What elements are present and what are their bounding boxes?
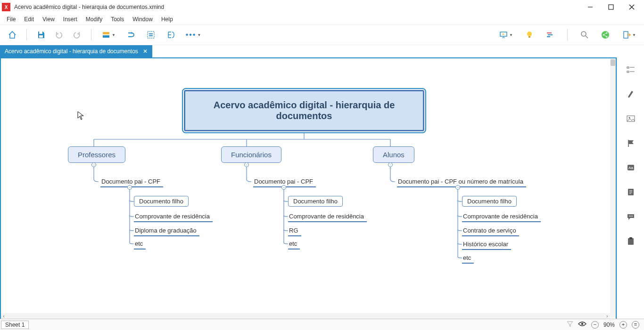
child-node-boxed[interactable]: Documento filho xyxy=(462,196,517,207)
menu-file[interactable]: File xyxy=(3,15,19,24)
home-button[interactable] xyxy=(6,28,19,41)
search-button[interactable] xyxy=(578,28,591,41)
scroll-left-icon[interactable]: ‹ xyxy=(1,314,7,319)
svg-point-44 xyxy=(628,117,630,119)
comments-icon[interactable] xyxy=(625,211,636,222)
menu-window[interactable]: Window xyxy=(129,15,157,24)
collapse-toggle[interactable]: − xyxy=(127,185,132,190)
menu-help[interactable]: Help xyxy=(157,15,177,24)
child-node[interactable]: Comprovante de residência xyxy=(462,212,541,222)
maximize-button[interactable] xyxy=(601,0,621,14)
redo-button[interactable] xyxy=(70,28,83,41)
separator xyxy=(91,29,91,40)
child-node[interactable]: Contrato de serviço xyxy=(462,226,519,236)
svg-rect-18 xyxy=(547,36,550,37)
collapse-toggle[interactable]: − xyxy=(281,185,286,190)
collapse-toggle[interactable]: − xyxy=(388,162,393,167)
more-button[interactable]: ••• ▼ xyxy=(184,28,203,41)
chevron-down-icon: ▼ xyxy=(632,33,636,37)
menu-edit[interactable]: Edit xyxy=(20,15,38,24)
menu-tools[interactable]: Tools xyxy=(107,15,128,24)
child-node[interactable]: Comprovante de residência xyxy=(134,212,213,222)
zoom-out-button[interactable]: − xyxy=(591,321,599,329)
marker-flag-icon[interactable] xyxy=(625,137,636,149)
child-node[interactable]: RG xyxy=(288,226,301,236)
task-icon[interactable] xyxy=(625,235,636,247)
tab-bar: Acervo acadêmico digital - hierarquia de… xyxy=(0,45,644,57)
child-node[interactable]: etc xyxy=(288,239,300,250)
collapse-toggle[interactable]: − xyxy=(455,185,460,190)
separator xyxy=(26,29,27,40)
canvas[interactable]: Acervo acadêmico digital - hierarquia de… xyxy=(2,59,610,313)
branch-node-funcionarios[interactable]: Funcionários xyxy=(221,146,281,163)
undo-button[interactable] xyxy=(52,28,66,41)
child-node[interactable]: etc xyxy=(462,253,474,264)
filter-icon[interactable] xyxy=(567,321,573,329)
chevron-down-icon: ▼ xyxy=(112,33,116,37)
svg-rect-4 xyxy=(39,32,42,34)
minimize-button[interactable] xyxy=(580,0,601,14)
vertical-scrollbar[interactable] xyxy=(610,58,616,318)
sub-node[interactable]: Documento pai - CPF ou número de matrícu… xyxy=(397,177,526,187)
svg-point-19 xyxy=(581,32,586,36)
notes-icon[interactable] xyxy=(625,186,636,198)
svg-rect-1 xyxy=(609,5,613,9)
idea-button[interactable] xyxy=(523,28,536,41)
collapse-toggle[interactable]: − xyxy=(91,162,96,167)
close-tab-icon[interactable]: ✕ xyxy=(143,48,148,55)
svg-text:Aa: Aa xyxy=(628,166,633,170)
scrollbar-thumb[interactable] xyxy=(611,59,615,66)
branch-node-alunos[interactable]: Alunos xyxy=(373,146,414,163)
text-style-icon[interactable]: Aa xyxy=(625,162,636,173)
eye-icon[interactable] xyxy=(578,321,586,328)
branch-node-professores[interactable]: Professores xyxy=(68,146,125,163)
menu-insert[interactable]: Insert xyxy=(59,15,81,24)
menu-modify[interactable]: Modify xyxy=(82,15,106,24)
format-brush-icon[interactable] xyxy=(625,89,636,100)
close-button[interactable] xyxy=(621,0,642,14)
child-node[interactable]: Histórico escolar xyxy=(462,240,511,250)
root-node[interactable]: Acervo acadêmico digital - hierarquia de… xyxy=(184,90,424,131)
svg-rect-10 xyxy=(149,35,153,36)
export-button[interactable]: ▼ xyxy=(619,28,638,41)
document-tab[interactable]: Acervo acadêmico digital - hierarquia de… xyxy=(0,45,152,57)
fit-button[interactable]: = xyxy=(632,321,639,329)
gantt-button[interactable] xyxy=(544,28,557,41)
scroll-right-icon[interactable]: › xyxy=(604,314,610,319)
app-icon: X xyxy=(2,3,10,11)
child-node[interactable]: Diploma de graduação xyxy=(134,226,199,236)
horizontal-scrollbar[interactable]: ‹ › xyxy=(1,313,610,319)
sub-node[interactable]: Documento pai - CPF xyxy=(100,177,163,187)
dots-icon: ••• xyxy=(186,31,197,39)
svg-rect-8 xyxy=(148,32,154,38)
sheet-tab[interactable]: Sheet 1 xyxy=(1,321,29,329)
child-node-boxed[interactable]: Documento filho xyxy=(134,196,189,207)
menu-view[interactable]: View xyxy=(39,15,58,24)
menu-bar: File Edit View Insert Modify Tools Windo… xyxy=(0,14,644,24)
outline-icon[interactable] xyxy=(625,64,636,75)
svg-point-14 xyxy=(527,32,532,36)
boundary-button[interactable] xyxy=(144,28,157,41)
image-icon[interactable] xyxy=(625,113,636,124)
svg-rect-5 xyxy=(39,35,43,38)
svg-rect-15 xyxy=(528,36,530,38)
relationship-button[interactable] xyxy=(124,28,138,41)
child-node-boxed[interactable]: Documento filho xyxy=(288,196,343,207)
summary-button[interactable] xyxy=(164,28,177,41)
zoom-in-button[interactable]: + xyxy=(619,321,627,329)
theme-button[interactable]: ▼ xyxy=(99,28,118,41)
svg-rect-17 xyxy=(548,34,553,35)
child-node[interactable]: etc xyxy=(134,239,146,250)
svg-point-54 xyxy=(632,216,633,217)
status-bar: Sheet 1 − 90% + = xyxy=(0,319,644,330)
save-button[interactable] xyxy=(34,28,48,41)
right-panel: Aa xyxy=(617,57,644,319)
svg-rect-6 xyxy=(103,32,109,34)
svg-point-57 xyxy=(581,323,583,325)
share-button[interactable] xyxy=(599,28,612,41)
presentation-button[interactable]: ▼ xyxy=(496,28,515,41)
zoom-level[interactable]: 90% xyxy=(603,322,615,328)
collapse-toggle[interactable]: − xyxy=(244,162,249,167)
child-node[interactable]: Comprovante de residência xyxy=(288,212,367,222)
chevron-down-icon: ▼ xyxy=(509,33,513,37)
